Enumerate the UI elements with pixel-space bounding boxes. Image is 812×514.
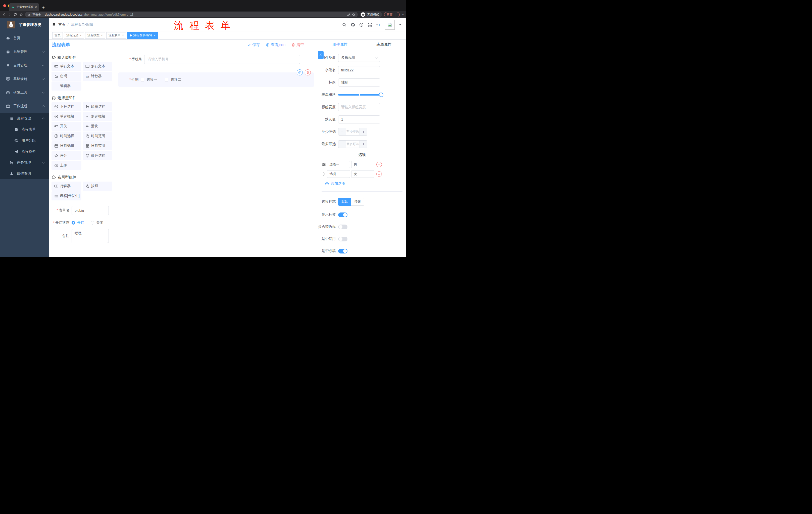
- style-option-默认[interactable]: 默认: [338, 198, 351, 206]
- password-key-icon[interactable]: [347, 13, 350, 16]
- palette-item-密码[interactable]: 密码: [52, 72, 81, 81]
- canvas-field-phone[interactable]: *手机号 请输入手机号: [129, 55, 318, 64]
- toggle-是否禁用[interactable]: [338, 237, 347, 241]
- palette-item-时间范围[interactable]: 时间范围: [83, 132, 113, 141]
- option-label-input[interactable]: 选项一: [327, 161, 350, 168]
- sidebar-item-请假查询[interactable]: 请假查询: [0, 168, 49, 179]
- remove-option-button[interactable]: −: [376, 171, 382, 177]
- palette-item-评分[interactable]: 评分: [52, 151, 81, 160]
- fullscreen-icon[interactable]: [368, 23, 372, 27]
- checkbox-icon[interactable]: [165, 78, 168, 81]
- slider-handle[interactable]: [379, 92, 383, 97]
- app-logo[interactable]: 芋道管理系统: [0, 18, 49, 31]
- drag-icon[interactable]: [322, 162, 326, 166]
- toggle-是否必填[interactable]: [338, 249, 347, 253]
- sidebar-item-用户分组[interactable]: 用户分组: [0, 135, 49, 146]
- form-name-input[interactable]: biubiu: [71, 206, 109, 215]
- browser-tab[interactable]: 芋道管理系统 ✕: [9, 3, 39, 11]
- palette-item-计数器[interactable]: 123计数器: [83, 72, 113, 81]
- radio-option-关闭[interactable]: 关闭: [91, 220, 103, 225]
- tag-close-icon[interactable]: ×: [101, 34, 103, 37]
- palette-item-单选框组[interactable]: 单选框组: [52, 112, 81, 121]
- browser-menu-icon[interactable]: ⋮: [395, 13, 397, 16]
- tag-close-icon[interactable]: ×: [154, 34, 155, 37]
- tag-view-首页[interactable]: 首页: [52, 32, 63, 39]
- label-width-input[interactable]: 请输入标签宽度: [338, 103, 380, 111]
- palette-item-行容器[interactable]: 行容器: [52, 182, 81, 191]
- palette-item-时间选择[interactable]: 时间选择: [52, 132, 81, 141]
- option-label-input[interactable]: 选项二: [327, 170, 350, 178]
- palette-item-多选框组[interactable]: 多选框组: [83, 112, 113, 121]
- remove-option-button[interactable]: −: [376, 162, 382, 167]
- tab-表单属性[interactable]: 表单属性: [362, 39, 406, 50]
- sidebar-item-工作流程[interactable]: 工作流程: [0, 99, 49, 113]
- palette-item-日期范围[interactable]: 日期范围: [83, 141, 113, 151]
- sidebar-item-支付管理[interactable]: 支付管理: [0, 59, 49, 72]
- phone-input[interactable]: 请输入手机号: [144, 55, 300, 64]
- clear-button[interactable]: 清空: [291, 43, 304, 47]
- copy-field-button[interactable]: [297, 70, 303, 76]
- toggle-显示标签[interactable]: [338, 213, 347, 217]
- tag-close-icon[interactable]: ×: [122, 34, 124, 37]
- new-tab-button[interactable]: +: [42, 5, 45, 9]
- sidebar-item-任务管理[interactable]: 任务管理: [0, 157, 49, 168]
- palette-item-上传[interactable]: 上传: [52, 161, 81, 170]
- palette-item-颜色选择[interactable]: 颜色选择: [83, 151, 113, 160]
- palette-item-多行文本[interactable]: 多行文本: [83, 62, 113, 71]
- min-select-input[interactable]: 至少应选: [346, 128, 360, 135]
- palette-item-下拉选择[interactable]: 下拉选择: [52, 102, 81, 111]
- font-size-icon[interactable]: TT: [376, 23, 380, 27]
- component-type-select[interactable]: 多选框组: [338, 54, 380, 62]
- close-window-button[interactable]: [3, 4, 6, 7]
- home-icon[interactable]: [19, 13, 23, 16]
- help-icon[interactable]: [359, 23, 364, 27]
- tab-组件属性[interactable]: 组件属性: [318, 39, 362, 50]
- avatar[interactable]: [385, 20, 395, 30]
- add-option-button[interactable]: 添加选项: [325, 181, 406, 186]
- grid-slider[interactable]: [338, 94, 381, 96]
- forward-icon[interactable]: [8, 13, 11, 16]
- sidebar-item-流程管理[interactable]: 流程管理: [0, 113, 49, 124]
- sidebar-item-首页[interactable]: 首页: [0, 31, 49, 45]
- tag-view-流程表单-编辑[interactable]: 流程表单-编辑×: [127, 32, 158, 39]
- save-button[interactable]: 保存: [247, 43, 260, 47]
- tag-view-流程模型[interactable]: 流程模型×: [85, 32, 105, 39]
- max-select-input[interactable]: 最多可选: [346, 141, 360, 147]
- address-bar[interactable]: 不安全 dashboard.yudao.iocoder.cn/bpm/manag…: [25, 12, 358, 17]
- decrease-button[interactable]: −: [339, 128, 346, 135]
- option-value-input[interactable]: 男: [351, 161, 374, 168]
- increase-button[interactable]: +: [360, 141, 367, 147]
- checkbox-option-选项二[interactable]: 选项二: [165, 77, 181, 82]
- palette-item-编辑器[interactable]: 编辑器: [52, 81, 81, 90]
- palette-item-按钮[interactable]: 按钮: [83, 182, 113, 191]
- tab-close-icon[interactable]: ✕: [34, 5, 37, 9]
- github-icon[interactable]: [351, 23, 355, 27]
- search-icon[interactable]: [342, 23, 346, 27]
- checkbox-icon[interactable]: [141, 78, 144, 81]
- drag-icon[interactable]: [322, 172, 326, 176]
- default-value-input[interactable]: 1: [338, 115, 380, 124]
- delete-field-button[interactable]: [305, 70, 311, 76]
- palette-item-滑块[interactable]: 滑块: [83, 122, 113, 131]
- option-value-input[interactable]: 女: [351, 170, 374, 178]
- palette-item-日期选择[interactable]: 日期选择: [52, 141, 81, 151]
- field-name-input[interactable]: field122: [338, 66, 380, 74]
- bookmark-star-icon[interactable]: [352, 13, 355, 16]
- tag-view-流程表单[interactable]: 流程表单×: [106, 32, 126, 39]
- back-icon[interactable]: [2, 13, 5, 16]
- title-input[interactable]: 性别: [338, 78, 380, 86]
- form-remark-textarea[interactable]: 嘿嘿: [71, 229, 109, 243]
- radio-option-开启[interactable]: 开启: [71, 220, 84, 225]
- toggle-是否带边框[interactable]: [338, 224, 347, 229]
- tag-view-流程定义[interactable]: 流程定义×: [64, 32, 84, 39]
- tag-close-icon[interactable]: ×: [80, 34, 82, 37]
- canvas-field-gender-selected[interactable]: *性别 选项一选项二: [118, 73, 314, 87]
- sidebar-item-基础设施[interactable]: 基础设施: [0, 72, 49, 86]
- reload-icon[interactable]: [13, 13, 17, 16]
- breadcrumb-home[interactable]: 首页: [58, 22, 65, 27]
- chevron-down-icon[interactable]: ▼: [402, 13, 404, 16]
- sidebar-toggle-icon[interactable]: [51, 22, 56, 27]
- sidebar-item-研发工具[interactable]: 研发工具: [0, 86, 49, 99]
- sidebar-item-系统管理[interactable]: 系统管理: [0, 45, 49, 59]
- decrease-button[interactable]: −: [339, 141, 346, 147]
